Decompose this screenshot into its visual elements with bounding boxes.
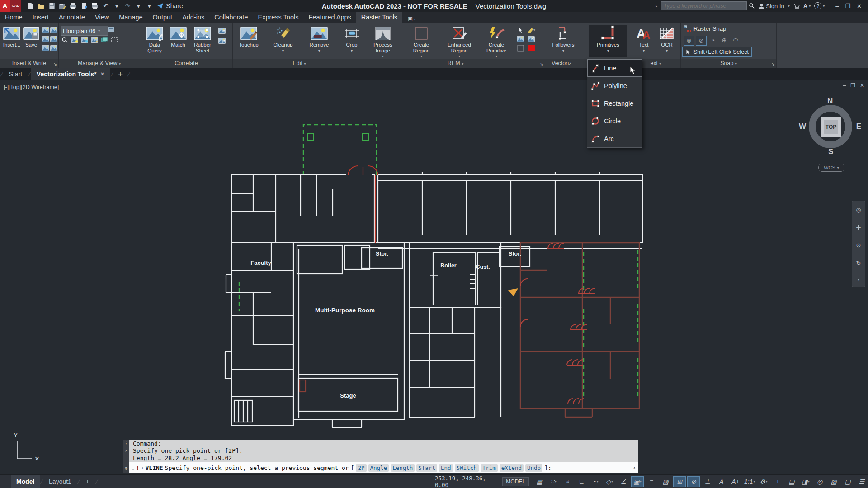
isolate-objects-icon[interactable]: ◎ [813,476,826,487]
dynamic-ucs-icon[interactable]: ⊥ [701,476,714,487]
select-region-mini-icon[interactable] [516,26,524,33]
snap-center-icon[interactable]: ⊕ [719,36,729,45]
command-option-start[interactable]: STart [416,464,437,472]
close-tab-icon[interactable]: ✕ [100,71,105,77]
merge-region-mini-icon[interactable] [516,35,524,42]
snap-mode-icon[interactable]: ∷▾ [547,476,560,487]
object-snap-icon[interactable]: ▣▾ [631,476,644,487]
restore-button[interactable]: ❐ [845,3,850,9]
pan-icon[interactable]: ✚ [856,224,861,231]
image-capture-mini-icon[interactable] [50,44,58,52]
new-layout-button[interactable]: + [80,475,95,488]
clean-screen-icon[interactable]: ▢ [841,476,854,487]
tab-add-ins[interactable]: Add-ins [177,12,209,23]
zoom-image-mini-icon[interactable] [61,36,69,43]
command-option-undo[interactable]: Undo [525,464,542,472]
wcs-selector[interactable]: WCS▾ [818,164,844,172]
tab-express-tools[interactable]: Express Tools [253,12,303,23]
save-image-button[interactable]: Save [23,25,40,48]
annotation-autoscale-icon[interactable]: A+ [729,476,742,487]
undo-caret-icon[interactable]: ▾ [112,1,122,11]
lineweight-icon[interactable]: ≡ [645,476,658,487]
menu-item-rectangle[interactable]: Rectangle [587,94,642,112]
search-history-icon[interactable]: ▸ [656,4,657,8]
command-recent-caret-icon[interactable]: ▾ [142,466,144,470]
file-tab-active[interactable]: Vectorization Tools* ✕ [31,68,110,80]
etransmit-icon[interactable] [79,1,89,11]
drawing-viewport[interactable]: [-][Top][2D Wireframe] ‒ ❐ ✕ [0,80,868,474]
nav-wheel-icon[interactable]: ◎ [856,206,861,213]
units-icon[interactable]: ▤ [785,476,798,487]
save-icon[interactable] [47,1,57,11]
data-query-button[interactable]: Data Query [144,25,165,53]
customize-icon[interactable]: ☰ [855,476,868,487]
color-swatch-mini-icon[interactable] [527,44,535,52]
command-input-line[interactable]: _ ! ▾ VLINE Specify one-pick point, sele… [129,462,638,473]
panel-label-manage-view[interactable]: Manage & View ▾ [59,59,140,68]
create-region-button[interactable]: Create Region ▾ [406,25,436,60]
tab-raster-tools[interactable]: Raster Tools [356,12,402,23]
tab-home[interactable]: Home [0,12,28,23]
panel-label-rem[interactable]: REM ▾ [366,59,545,68]
minimize-button[interactable]: ‒ [835,3,839,9]
workspace-icon[interactable]: ⚙▾ [757,476,770,487]
snap-midpoint-icon[interactable]: ◔ [708,36,718,45]
panel-label-insert-write[interactable]: Insert & Write [0,59,58,68]
menu-item-circle[interactable]: Circle [587,112,642,130]
split-region-mini-icon[interactable] [527,35,535,42]
scale-mini-icon[interactable] [218,37,226,44]
dynamic-input-icon[interactable]: ⌖ [561,476,574,487]
tab-view[interactable]: View [90,12,114,23]
snap-nearest-icon[interactable]: ⊘ [696,36,707,46]
panel-label-correlate[interactable]: Correlate [140,59,232,68]
cleanup-button[interactable]: Cleanup ▾ [270,25,296,54]
compass-north[interactable]: N [827,97,833,106]
tab-output[interactable]: Output [148,12,178,23]
layout1-tab[interactable]: Layout1 [43,475,77,488]
image-select-combo[interactable]: Floorplan 06▾ [61,26,108,36]
image-export-mini-icon[interactable] [42,35,50,42]
share-button[interactable]: Share [157,2,183,9]
quick-properties-icon[interactable]: ◨▾ [799,476,812,487]
tab-featured-apps[interactable]: Featured Apps [303,12,356,23]
new-file-icon[interactable] [25,1,35,11]
snap-endpoint-icon[interactable]: ⊗ [684,36,694,46]
ortho-icon[interactable]: ∟ [575,476,588,487]
image-frame-toggle-mini-icon[interactable] [110,36,118,43]
image-link-mini-icon[interactable] [42,44,50,52]
file-tab-start[interactable]: Start [4,68,28,80]
image-frame-mini-icon[interactable] [42,26,50,33]
displace-mini-icon[interactable] [218,27,226,34]
close-button[interactable]: ✕ [857,3,862,9]
annotation-visibility-icon[interactable]: A [715,476,728,487]
graphics-performance-icon[interactable]: ▧ [827,476,840,487]
search-icon[interactable] [749,3,755,9]
panel-label-snap[interactable]: Snap ▾ [681,59,776,68]
redo-button[interactable]: ↷ [123,1,132,11]
osnap-3d-icon[interactable]: ⊘ [687,476,700,487]
search-input[interactable] [661,1,747,10]
command-option-length[interactable]: Length [391,464,415,472]
model-tab[interactable]: Model [11,475,40,488]
zoom-icon[interactable]: ⊙ [856,242,861,249]
sign-in-button[interactable]: Sign In [759,3,784,9]
rubber-sheet-button[interactable]: Rubber Sheet [191,25,214,53]
image-quality-mini-icon[interactable] [50,26,58,33]
selection-cycling-icon[interactable]: ⊞ [673,476,686,487]
create-primitive-button[interactable]: Create Primitive ▾ [480,25,513,60]
navbar-caret-icon[interactable]: ▾ [858,277,859,282]
image-manager-mini-icon[interactable] [108,26,116,33]
app-store-icon[interactable] [793,3,800,9]
text-button[interactable]: AA Text ▾ [634,25,654,54]
shift-left-click-select-toggle[interactable]: Shift+Left Click Select [682,47,752,57]
tab-collaborate[interactable]: Collaborate [209,12,253,23]
match-button[interactable]: Match [168,25,188,48]
model-space-button[interactable]: MODEL [502,477,529,486]
raster-snap-toggle[interactable]: Raster Snap [684,25,726,32]
orbit-icon[interactable]: ↻ [856,260,861,267]
touchup-button[interactable]: Touchup [236,25,262,48]
tab-manage[interactable]: Manage [114,12,147,23]
contrast-mini-icon[interactable] [80,36,89,43]
adjust-mini-icon[interactable] [90,36,99,43]
autodesk-apps-icon[interactable]: A▾ [803,3,811,9]
